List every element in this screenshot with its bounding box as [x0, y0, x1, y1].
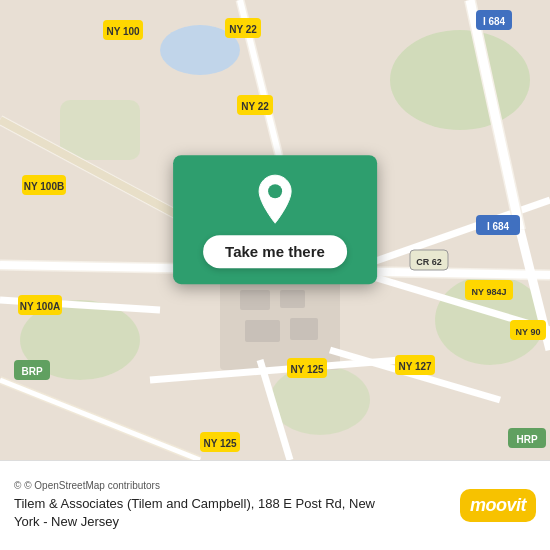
take-me-there-button[interactable]: Take me there: [203, 235, 347, 268]
location-popup: Take me there: [173, 155, 377, 284]
svg-text:I 684: I 684: [487, 221, 510, 232]
svg-rect-10: [245, 320, 280, 342]
svg-text:NY 22: NY 22: [241, 101, 269, 112]
location-address: Tilem & Associates (Tilem and Campbell),…: [14, 495, 384, 531]
map-view: NY 22 NY 22 NY 100 NY 100B NY 100A I 684…: [0, 0, 550, 460]
svg-text:NY 984J: NY 984J: [472, 287, 507, 297]
moovit-logo: moovit: [460, 489, 536, 522]
svg-text:NY 125: NY 125: [203, 438, 237, 449]
bottom-left-content: © © OpenStreetMap contributors Tilem & A…: [14, 480, 384, 531]
map-attribution: © © OpenStreetMap contributors: [14, 480, 384, 491]
svg-text:NY 22: NY 22: [229, 24, 257, 35]
svg-text:CR 62: CR 62: [416, 257, 442, 267]
svg-text:BRP: BRP: [21, 366, 42, 377]
svg-text:NY 100B: NY 100B: [24, 181, 64, 192]
location-pin-icon: [253, 173, 297, 225]
svg-text:NY 125: NY 125: [290, 364, 324, 375]
moovit-logo-box: moovit: [460, 489, 536, 522]
svg-text:NY 100: NY 100: [106, 26, 140, 37]
svg-rect-8: [240, 290, 270, 310]
moovit-logo-text: moovit: [470, 495, 526, 516]
svg-text:I 684: I 684: [483, 16, 506, 27]
svg-text:HRP: HRP: [516, 434, 537, 445]
bottom-info-bar: © © OpenStreetMap contributors Tilem & A…: [0, 460, 550, 550]
svg-text:NY 100A: NY 100A: [20, 301, 60, 312]
svg-rect-11: [290, 318, 318, 340]
svg-point-61: [268, 184, 282, 198]
svg-point-1: [390, 30, 530, 130]
attribution-text: © OpenStreetMap contributors: [24, 480, 160, 491]
svg-text:NY 90: NY 90: [516, 327, 541, 337]
svg-rect-9: [280, 290, 305, 308]
svg-text:NY 127: NY 127: [398, 361, 432, 372]
copyright-symbol: ©: [14, 480, 21, 491]
svg-rect-5: [60, 100, 140, 160]
